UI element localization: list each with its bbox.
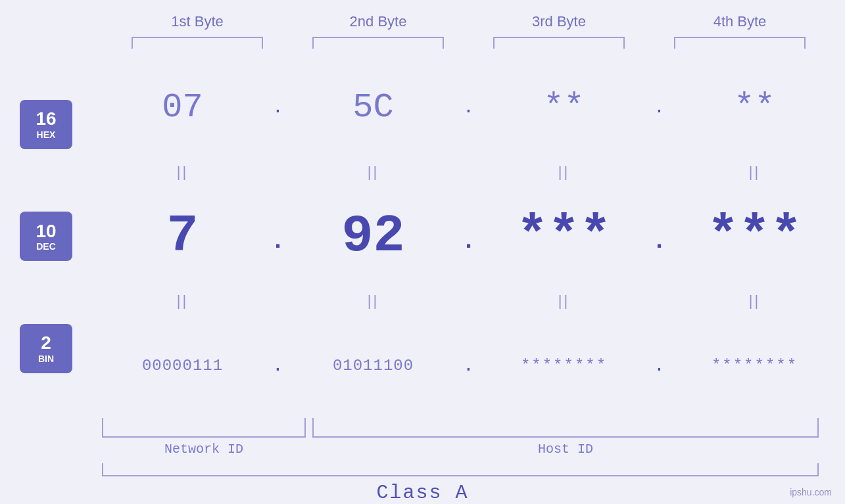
- bin-byte4: ********: [683, 357, 827, 375]
- dec-badge-label: DEC: [36, 241, 56, 252]
- host-bracket: [312, 418, 819, 438]
- hex-dot1: .: [265, 97, 291, 118]
- id-labels: Network ID Host ID: [102, 442, 819, 457]
- bracket-byte3: [493, 37, 625, 49]
- hex-byte1-value: 07: [162, 88, 203, 127]
- dec-dot2: .: [456, 228, 482, 263]
- hex-dot2: .: [456, 97, 482, 118]
- bin-badge: 2 BIN: [20, 324, 72, 373]
- equals-row-1: || || || ||: [105, 159, 832, 185]
- bottom-brackets: [102, 418, 819, 438]
- bin-byte3-value: ********: [521, 357, 607, 375]
- hex-byte3: **: [492, 88, 637, 127]
- host-id-label: Host ID: [312, 442, 819, 457]
- hex-byte2: 5C: [301, 88, 446, 127]
- bottom-section: Network ID Host ID Class A: [0, 418, 845, 504]
- eq1-b2: ||: [301, 164, 446, 181]
- byte2-header: 2nd Byte: [306, 13, 450, 30]
- dec-byte3-value: ***: [516, 210, 611, 263]
- bin-byte4-value: ********: [712, 357, 798, 375]
- dec-value-row: 7 . 92 . *** . ***: [105, 210, 832, 263]
- bin-byte1: 00000111: [110, 357, 255, 375]
- values-grid: 07 . 5C . ** . ** || ||: [92, 62, 845, 411]
- hex-byte4: **: [683, 88, 827, 127]
- hex-byte4-value: **: [734, 88, 775, 127]
- network-id-label: Network ID: [102, 442, 306, 457]
- dec-byte2: 92: [301, 206, 446, 266]
- eq1-b1: ||: [110, 164, 255, 181]
- hex-badge: 16 HEX: [20, 100, 72, 149]
- dec-byte1: 7: [110, 206, 255, 266]
- eq2-b3: ||: [492, 292, 637, 309]
- watermark: ipshu.com: [790, 487, 832, 497]
- bin-byte2: 01011100: [301, 357, 446, 375]
- hex-badge-number: 16: [36, 109, 56, 129]
- bin-badge-number: 2: [41, 333, 51, 354]
- dec-byte4: ***: [683, 210, 827, 263]
- eq1-b4: ||: [683, 164, 827, 181]
- byte4-header: 4th Byte: [667, 13, 812, 30]
- bin-badge-label: BIN: [38, 354, 54, 364]
- byte3-header: 3rd Byte: [487, 13, 631, 30]
- bin-byte2-value: 01011100: [333, 357, 414, 375]
- byte1-header: 1st Byte: [125, 13, 270, 30]
- class-label: Class A: [0, 482, 845, 504]
- top-brackets: [107, 37, 831, 49]
- main-container: 1st Byte 2nd Byte 3rd Byte 4th Byte 16 H…: [0, 0, 845, 504]
- hex-value-row: 07 . 5C . ** . **: [105, 81, 832, 133]
- class-bracket: [102, 463, 819, 476]
- bracket-byte2: [312, 37, 444, 49]
- bin-byte1-value: 00000111: [142, 357, 223, 375]
- hex-badge-label: HEX: [37, 129, 56, 140]
- bin-dot2: .: [456, 355, 482, 376]
- dec-badge-number: 10: [36, 221, 56, 242]
- dec-byte3: ***: [492, 210, 637, 263]
- hex-dot3: .: [646, 97, 673, 118]
- dec-dot3: .: [646, 228, 673, 263]
- bin-value-row: 00000111 . 01011100 . ******** . *******…: [105, 340, 832, 392]
- hex-byte1: 07: [110, 88, 255, 127]
- bracket-byte1: [132, 37, 263, 49]
- bracket-byte4: [674, 37, 806, 49]
- equals-row-2: || || || ||: [105, 288, 832, 314]
- dec-dot1: .: [265, 228, 291, 263]
- bin-dot1: .: [265, 355, 291, 376]
- main-content: 16 HEX 10 DEC 2 BIN 07 . 5C: [0, 62, 845, 411]
- hex-byte3-value: **: [543, 88, 584, 127]
- dec-badge: 10 DEC: [20, 212, 72, 261]
- dec-byte4-value: ***: [707, 210, 802, 263]
- hex-byte2-value: 5C: [352, 88, 393, 127]
- network-bracket: [102, 418, 306, 438]
- dec-byte2-value: 92: [341, 206, 404, 266]
- byte-headers-row: 1st Byte 2nd Byte 3rd Byte 4th Byte: [107, 13, 831, 30]
- eq1-b3: ||: [492, 164, 637, 181]
- dec-byte1-value: 7: [166, 206, 198, 266]
- eq2-b2: ||: [301, 292, 446, 309]
- bin-dot3: .: [646, 355, 673, 376]
- badges-column: 16 HEX 10 DEC 2 BIN: [0, 62, 92, 411]
- eq2-b1: ||: [110, 292, 255, 309]
- bin-byte3: ********: [492, 357, 637, 375]
- eq2-b4: ||: [683, 292, 827, 309]
